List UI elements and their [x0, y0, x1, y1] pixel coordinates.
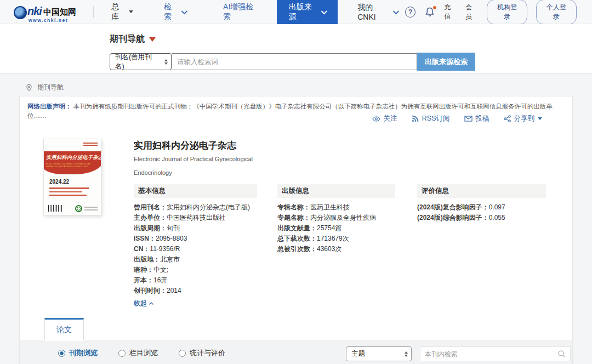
submit-label: 投稿 [476, 114, 489, 123]
search-field-select[interactable]: 刊名(曾用刊名) [110, 53, 172, 70]
journal-title: 实用妇科内分泌电子杂志 [134, 139, 236, 152]
nav-item-my-cnki[interactable]: 我的CNKI [350, 0, 405, 24]
info-row: 语种：中文; [134, 265, 257, 275]
nav-item-search[interactable]: 检索 [156, 0, 193, 24]
envelope-icon [464, 116, 473, 122]
sub-header: 期刊导航 刊名(曾用刊名) 出版来源检索 [0, 24, 592, 73]
top-navigation-bar: nki 中国知网 www.cnki.net 总库 检索 AI增强检索 出版来源 … [0, 0, 592, 24]
radio-statistics-evaluation[interactable]: 统计与评价 [179, 348, 225, 358]
radio-label: 统计与评价 [190, 348, 225, 358]
source-search-row: 刊名(曾用刊名) 出版来源检索 [110, 53, 475, 71]
info-row: 出版地：北京市 [134, 254, 257, 265]
info-row: 主办单位：中国医药科技出版社 [134, 213, 257, 223]
personal-login-button[interactable]: 个人登录 [536, 0, 577, 25]
nav-item-label: 我的CNKI [357, 3, 390, 21]
cnki-url: www.cnki.net [29, 18, 68, 23]
info-row: 专辑名称：医药卫生科技 [277, 202, 395, 213]
info-row: 出版周期：旬刊 [134, 223, 257, 234]
radio-column-browse[interactable]: 栏目浏览 [118, 348, 158, 358]
nav-item-ai-search[interactable]: AI增强检索 [215, 0, 268, 24]
cnki-journal-page: nki 中国知网 www.cnki.net 总库 检索 AI增强检索 出版来源 … [0, 0, 592, 364]
journal-title-en-line1: Electronic Journal of Practical Gynecolo… [134, 156, 253, 162]
nav-item-zongku[interactable]: 总库 [104, 0, 141, 24]
breadcrumb: 期刊导航 [25, 83, 64, 92]
member-link[interactable]: 会员 [465, 3, 478, 21]
basic-info-column: 基本信息 曾用刊名：实用妇科内分泌杂志(电子版) 主办单位：中国医药科技出版社 … [134, 184, 257, 308]
info-row: (2024版)复合影响因子：0.097 [417, 202, 546, 213]
notice-label: 网络出版声明： [27, 103, 72, 110]
nav-item-publication-source[interactable]: 出版来源 [277, 0, 338, 24]
browse-toolbar: 刊期浏览 栏目浏览 统计与评价 主题 [20, 341, 572, 364]
rss-icon [412, 115, 419, 122]
journal-detail-panel: 网络出版声明： 本刊为拥有纸质期刊出版许可的正式刊物；《中国学术期刊（光盘版）》… [19, 96, 573, 364]
chevron-down-icon [393, 8, 399, 14]
info-row: 专题名称：内分泌腺及全身性疾病 [277, 213, 395, 223]
journal-navigation-title: 期刊导航 [110, 33, 145, 45]
tab-papers[interactable]: 论文 [44, 318, 84, 340]
source-search-button[interactable]: 出版来源检索 [417, 53, 475, 71]
nav-item-label: 总库 [111, 2, 126, 22]
follow-button[interactable]: 关注 [372, 114, 397, 123]
cover-title-cn: 实用妇科内分泌电子杂志 [46, 154, 99, 161]
radio-selected-icon [58, 350, 65, 357]
submit-manuscript-button[interactable]: 投稿 [464, 114, 489, 123]
radio-issue-browse[interactable]: 刊期浏览 [58, 348, 98, 358]
share-label: 分享到 [514, 114, 535, 123]
evaluation-info-header: 评价信息 [417, 184, 546, 198]
radio-label: 栏目浏览 [129, 348, 158, 358]
radio-label: 刊期浏览 [69, 348, 98, 358]
publish-info-column: 出版信息 专辑名称：医药卫生科技 专题名称：内分泌腺及全身性疾病 出版文献量：2… [277, 184, 395, 254]
search-field-value: 刊名(曾用刊名) [115, 53, 160, 71]
collapse-chevron-up-icon [149, 302, 154, 306]
search-magnifier-icon[interactable] [557, 350, 566, 358]
caret-down-icon [129, 10, 133, 13]
select-stepper-icon [164, 59, 168, 65]
org-login-button[interactable]: 机构登录 [487, 0, 527, 25]
tab-papers-label: 论文 [56, 325, 72, 335]
cover-title-band: 实用妇科内分泌电子杂志 ELECTRONIC JOURNAL OF PRACTI… [43, 151, 101, 174]
journal-action-bar: 关注 RSS订阅 投稿 分享到 [372, 114, 542, 123]
breadcrumb-label: 期刊导航 [37, 83, 64, 92]
browse-mode-radio-group: 刊期浏览 栏目浏览 统计与评价 [58, 348, 225, 358]
info-row: 总下载次数：1713679次 [277, 234, 395, 244]
in-journal-field-value: 主题 [351, 349, 365, 359]
select-stepper-icon [405, 351, 408, 357]
eye-icon [372, 116, 380, 122]
notification-bell-icon[interactable] [424, 7, 435, 18]
nav-item-label: AI增强检索 [223, 2, 260, 22]
rss-subscribe-button[interactable]: RSS订阅 [412, 114, 450, 123]
info-row: 开本：16开 [134, 275, 257, 286]
cover-barcode [48, 205, 62, 212]
chevron-down-icon [181, 8, 187, 14]
location-pin-icon [25, 84, 33, 92]
cover-decorative-lines [83, 143, 98, 147]
share-button[interactable]: 分享到 [504, 114, 543, 123]
info-row: (2024版)综合影响因子：0.055 [417, 213, 546, 223]
cover-publisher-logo [75, 205, 82, 212]
publish-info-header: 出版信息 [277, 184, 395, 198]
journal-navigation-dropdown[interactable]: 期刊导航 [110, 33, 156, 45]
cnki-logo[interactable]: nki 中国知网 www.cnki.net [14, 5, 89, 19]
evaluation-info-column: 评价信息 (2024版)复合影响因子：0.097 (2024版)综合影响因子：0… [417, 184, 546, 223]
info-row: 总被引次数：43603次 [277, 244, 395, 254]
in-journal-search-input[interactable] [425, 350, 557, 358]
topnav-right-group: ? 充值 会员 机构登录 个人登录 [405, 0, 577, 25]
info-row: CN：11-9356/R [134, 244, 257, 254]
cover-publisher-lines [84, 207, 98, 212]
journal-cover-image[interactable]: 实用妇科内分泌电子杂志 ELECTRONIC JOURNAL OF PRACTI… [43, 139, 101, 215]
collapse-link[interactable]: 收起 [134, 299, 257, 308]
info-row: 创刊时间：2014 [134, 286, 257, 296]
basic-info-header: 基本信息 [134, 184, 257, 198]
cover-issue-number: 2024.22 [49, 179, 69, 185]
info-row: ISSN：2095-8803 [134, 234, 257, 244]
in-journal-field-select[interactable]: 主题 [346, 346, 412, 361]
rss-label: RSS订阅 [422, 114, 450, 123]
recharge-link[interactable]: 充值 [444, 3, 457, 21]
info-row: 出版文献量：25754篇 [277, 223, 395, 234]
notification-dot [433, 6, 436, 9]
help-icon[interactable]: ? [405, 7, 415, 18]
follow-label: 关注 [384, 114, 397, 123]
collapse-label: 收起 [134, 299, 147, 308]
source-search-input[interactable] [172, 53, 417, 70]
in-journal-search-box [420, 346, 571, 361]
